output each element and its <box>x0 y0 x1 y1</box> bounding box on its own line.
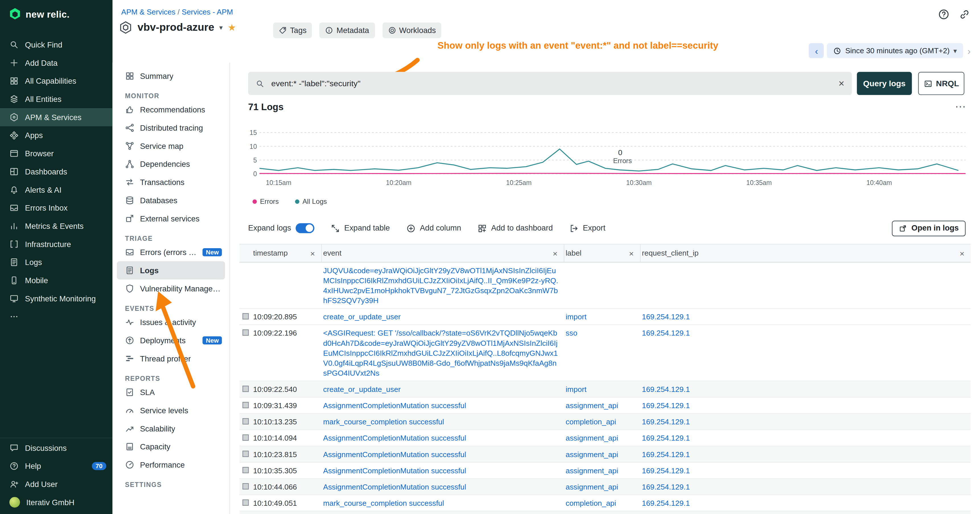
remove-column-icon[interactable]: × <box>628 248 635 258</box>
log-label-link[interactable]: completion_api <box>566 499 616 508</box>
subnav-item-vulnerability-management[interactable]: Vulnerability Management <box>117 280 225 298</box>
log-row[interactable]: 10:11:00.311 AssignmentCompletionMutatio… <box>239 511 970 514</box>
log-event-link[interactable]: AssignmentCompletionMutation successful <box>323 483 466 492</box>
log-row[interactable]: 10:09:22.540 create_or_update_user impor… <box>239 381 970 398</box>
remove-column-icon[interactable]: × <box>958 248 966 258</box>
sidebar-item-quick-find[interactable]: Quick Find <box>0 36 112 54</box>
log-event-link[interactable]: create_or_update_user <box>323 385 401 394</box>
sidebar-item-synthetic-monitoring[interactable]: Synthetic Monitoring <box>0 290 112 308</box>
subnav-item-databases[interactable]: Databases <box>117 191 225 210</box>
subnav-item-summary[interactable]: Summary <box>117 67 225 85</box>
log-ip-link[interactable]: 169.254.129.1 <box>642 312 690 321</box>
row-expand-checkbox[interactable] <box>242 467 249 473</box>
log-label-link[interactable]: assignment_api <box>566 450 618 459</box>
subnav-item-recommendations[interactable]: Recommendations <box>117 101 225 119</box>
log-event-link[interactable]: create_or_update_user <box>323 312 401 321</box>
sidebar-item-all-capabilities[interactable]: All Capabilities <box>0 72 112 90</box>
sidebar-item-browser[interactable]: Browser <box>0 144 112 162</box>
time-range-button[interactable]: Since 30 minutes ago (GMT+2) ▾ <box>827 43 963 58</box>
log-row[interactable]: 10:10:14.094 AssignmentCompletionMutatio… <box>239 430 970 446</box>
open-in-logs-button[interactable]: Open in logs <box>892 220 966 236</box>
sidebar-item-mobile[interactable]: Mobile <box>0 271 112 290</box>
log-row[interactable]: 10:09:31.439 AssignmentCompletionMutatio… <box>239 398 970 414</box>
row-expand-checkbox[interactable] <box>242 402 249 408</box>
log-label-link[interactable]: assignment_api <box>566 483 618 492</box>
expand-table-button[interactable]: Expand table <box>330 223 390 233</box>
subnav-item-logs[interactable]: Logs <box>117 261 225 280</box>
log-ip-link[interactable]: 169.254.129.1 <box>642 483 690 492</box>
row-expand-checkbox[interactable] <box>242 418 249 424</box>
log-ip-link[interactable]: 169.254.129.1 <box>642 434 690 442</box>
log-row[interactable]: JUQVU&code=eyJraWQiOiJjcGltY29yZV8wOTl1M… <box>239 263 970 309</box>
log-ip-link[interactable]: 169.254.129.1 <box>642 401 690 410</box>
row-expand-checkbox[interactable] <box>242 313 249 319</box>
expand-logs-toggle[interactable] <box>295 223 314 233</box>
row-expand-checkbox[interactable] <box>242 329 249 336</box>
column-header-request-client-ip[interactable]: request_client_ip × <box>641 245 970 262</box>
log-row[interactable]: 10:10:23.815 AssignmentCompletionMutatio… <box>239 446 970 463</box>
log-ip-link[interactable]: 169.254.129.1 <box>642 385 690 394</box>
log-row[interactable]: 10:09:20.895 create_or_update_user impor… <box>239 309 970 325</box>
add-column-button[interactable]: Add column <box>406 223 461 233</box>
help-circle-icon[interactable] <box>938 9 950 20</box>
log-event-link[interactable]: <ASGIRequest: GET '/sso/callback/?state=… <box>323 329 558 377</box>
log-label-link[interactable]: import <box>566 385 587 394</box>
metadata-button[interactable]: Metadata <box>320 22 375 38</box>
log-ip-link[interactable]: 169.254.129.1 <box>642 499 690 508</box>
log-label-link[interactable]: assignment_api <box>566 466 618 475</box>
widget-options-icon[interactable]: ⋯ <box>955 101 966 112</box>
sidebar-more-button[interactable] <box>0 308 112 326</box>
subnav-item-thread-profiler[interactable]: Thread profiler <box>117 350 225 368</box>
sidebar-item-metrics-events[interactable]: Metrics & Events <box>0 217 112 235</box>
log-ip-link[interactable]: 169.254.129.1 <box>642 417 690 426</box>
subnav-item-errors-inbox[interactable]: Errors (errors inb... New <box>117 243 225 261</box>
subnav-item-transactions[interactable]: Transactions <box>117 173 225 191</box>
sidebar-item-apm-services[interactable]: APM & Services <box>0 108 112 126</box>
add-to-dashboard-button[interactable]: Add to dashboard <box>477 223 553 233</box>
subnav-item-sla[interactable]: SLA <box>117 383 225 401</box>
row-expand-checkbox[interactable] <box>242 434 249 441</box>
subnav-item-dependencies[interactable]: Dependencies <box>117 155 225 173</box>
new-relic-logo[interactable]: new relic. <box>0 0 112 28</box>
log-ip-link[interactable]: 169.254.129.1 <box>642 466 690 475</box>
subnav-item-external-services[interactable]: External services <box>117 210 225 228</box>
time-forward-button[interactable]: › <box>966 45 972 56</box>
log-row[interactable]: 10:10:44.066 AssignmentCompletionMutatio… <box>239 479 970 495</box>
sidebar-item-apps[interactable]: Apps <box>0 126 112 145</box>
subnav-item-service-levels[interactable]: Service levels <box>117 401 225 420</box>
log-event-link[interactable]: mark_course_completion successful <box>323 499 444 508</box>
row-expand-checkbox[interactable] <box>242 386 249 392</box>
column-header-event[interactable]: event × <box>322 245 564 262</box>
sidebar-item-logs[interactable]: Logs <box>0 253 112 272</box>
log-label-link[interactable]: assignment_api <box>566 401 618 410</box>
time-back-button[interactable]: ‹ <box>809 43 824 58</box>
log-row[interactable]: 10:09:22.196 <ASGIRequest: GET '/sso/cal… <box>239 325 970 381</box>
subnav-item-deployments[interactable]: Deployments New <box>117 331 225 350</box>
remove-column-icon[interactable]: × <box>309 248 316 258</box>
export-button[interactable]: Export <box>569 223 606 233</box>
sidebar-item-add-data[interactable]: Add Data <box>0 54 112 72</box>
sidebar-item-add-user[interactable]: Add User <box>0 475 112 493</box>
log-ip-link[interactable]: 169.254.129.1 <box>642 329 690 337</box>
row-expand-checkbox[interactable] <box>242 483 249 490</box>
link-icon[interactable] <box>959 9 970 20</box>
subnav-item-service-map[interactable]: Service map <box>117 137 225 155</box>
workloads-button[interactable]: Workloads <box>382 22 441 38</box>
sidebar-item-errors-inbox[interactable]: Errors Inbox <box>0 199 112 217</box>
log-row[interactable]: 10:10:49.051 mark_course_completion succ… <box>239 495 970 511</box>
log-label-link[interactable]: sso <box>566 329 578 337</box>
log-event-link[interactable]: AssignmentCompletionMutation successful <box>323 434 466 442</box>
log-label-link[interactable]: completion_api <box>566 417 616 426</box>
log-event-link[interactable]: JUQVU&code=eyJraWQiOiJjcGltY29yZV8wOTl1M… <box>323 266 558 305</box>
log-event-link[interactable]: AssignmentCompletionMutation successful <box>323 466 466 475</box>
log-label-link[interactable]: assignment_api <box>566 434 618 442</box>
sidebar-item-infrastructure[interactable]: Infrastructure <box>0 235 112 253</box>
subnav-item-scalability[interactable]: Scalability <box>117 420 225 438</box>
legend-item-all-logs[interactable]: All Logs <box>295 197 327 205</box>
breadcrumb-link-apm-services[interactable]: APM & Services <box>121 7 175 16</box>
row-expand-checkbox[interactable] <box>242 500 249 506</box>
sidebar-item-account[interactable]: Iterativ GmbH <box>0 493 112 511</box>
log-event-link[interactable]: AssignmentCompletionMutation successful <box>323 401 466 410</box>
log-query-input[interactable] <box>270 78 833 89</box>
nrql-button[interactable]: NRQL <box>918 72 965 95</box>
